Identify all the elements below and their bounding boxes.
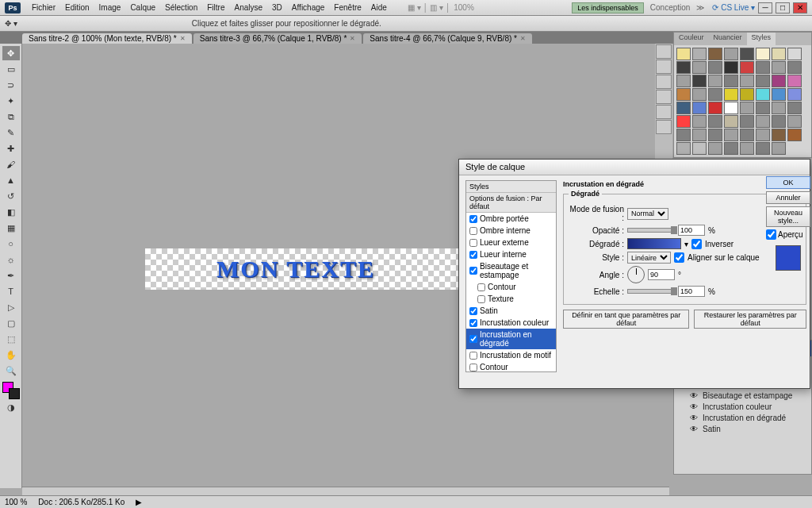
swatch[interactable]	[756, 129, 770, 141]
panel-icon[interactable]	[656, 105, 672, 119]
history-brush-tool[interactable]: ↺	[2, 189, 20, 203]
scale-input[interactable]	[678, 286, 705, 297]
style-option[interactable]: Ombre interne	[466, 225, 556, 237]
menu-filter[interactable]: Filtre	[202, 3, 229, 12]
panel-icon[interactable]	[656, 60, 672, 74]
menu-3d[interactable]: 3D	[267, 3, 287, 12]
hand-tool[interactable]: ✋	[2, 348, 20, 362]
tab-styles[interactable]: Styles	[747, 33, 776, 45]
effect-row[interactable]: 👁Incrustation en dégradé	[674, 412, 811, 423]
close-icon[interactable]: ✕	[520, 35, 526, 42]
style-option[interactable]: Lueur externe	[466, 237, 556, 248]
lasso-tool[interactable]: ⊃	[2, 78, 20, 92]
style-option[interactable]: Contour	[466, 361, 556, 372]
opacity-input[interactable]	[678, 225, 705, 236]
blur-tool[interactable]: ○	[2, 237, 20, 251]
eyedropper-tool[interactable]: ✎	[2, 125, 20, 140]
pen-tool[interactable]: ✒	[2, 268, 20, 283]
wand-tool[interactable]: ✦	[2, 94, 20, 108]
menu-help[interactable]: Aide	[366, 3, 392, 12]
document-tab-3[interactable]: Sans titre-4 @ 66,7% (Calque 9, RVB/8) *…	[363, 33, 532, 44]
swatch[interactable]	[756, 48, 770, 60]
swatch[interactable]	[676, 61, 691, 74]
swatch[interactable]	[756, 75, 770, 87]
swatch[interactable]	[676, 88, 691, 101]
swatch[interactable]	[787, 88, 802, 101]
effect-row[interactable]: 👁Incrustation couleur	[674, 401, 811, 412]
swatch[interactable]	[756, 61, 770, 74]
close-button[interactable]: ✕	[793, 2, 807, 13]
swatch[interactable]	[772, 75, 786, 87]
menu-file[interactable]: Fichier	[27, 3, 60, 12]
scale-slider[interactable]	[627, 289, 675, 294]
style-checkbox[interactable]	[469, 267, 477, 275]
style-option[interactable]: Incrustation couleur	[466, 317, 556, 329]
gradient-preview[interactable]	[627, 238, 681, 249]
status-zoom[interactable]: 100 %	[5, 498, 27, 506]
cancel-button[interactable]: Annuler	[766, 191, 810, 204]
horizontal-scrollbar[interactable]	[22, 487, 669, 495]
style-option[interactable]: Satin	[466, 305, 556, 317]
eraser-tool[interactable]: ◧	[2, 205, 20, 219]
swatch[interactable]	[708, 129, 722, 141]
swatch[interactable]	[772, 61, 786, 74]
swatch[interactable]	[692, 142, 707, 155]
swatch[interactable]	[724, 102, 738, 114]
menu-view[interactable]: Affichage	[287, 3, 330, 12]
new-style-button[interactable]: Nouveau style...	[766, 206, 810, 227]
path-tool[interactable]: ▷	[2, 300, 20, 314]
move-tool-icon[interactable]: ✥ ▾	[5, 19, 17, 28]
style-checkbox[interactable]	[477, 283, 485, 291]
swatch[interactable]	[692, 61, 707, 74]
swatch[interactable]	[740, 75, 754, 87]
quickmask-toggle[interactable]: ◑	[2, 400, 20, 414]
panel-icon[interactable]	[656, 120, 672, 134]
swatch[interactable]	[676, 115, 691, 128]
swatch[interactable]	[676, 142, 691, 155]
shape-tool[interactable]: ▢	[2, 316, 20, 330]
swatch[interactable]	[708, 75, 722, 87]
color-swatches[interactable]	[2, 382, 20, 399]
swatch[interactable]	[787, 61, 802, 74]
swatch[interactable]	[692, 102, 707, 114]
preview-checkbox[interactable]	[766, 229, 776, 240]
tab-swatches[interactable]: Nuancier	[709, 33, 747, 45]
style-option[interactable]: Contour	[466, 281, 556, 293]
ok-button[interactable]: OK	[766, 176, 810, 189]
document-tab-2[interactable]: Sans titre-3 @ 66,7% (Calque 1, RVB/8) *…	[193, 33, 362, 44]
menu-select[interactable]: Sélection	[160, 3, 202, 12]
chevron-right-icon[interactable]: ≫	[696, 3, 704, 12]
zoom-tool[interactable]: 🔍	[2, 364, 20, 378]
menu-window[interactable]: Fenêtre	[329, 3, 366, 12]
style-checkbox[interactable]	[469, 239, 477, 247]
swatch[interactable]	[692, 48, 707, 60]
swatch[interactable]	[740, 115, 754, 128]
swatch[interactable]	[787, 75, 802, 87]
swatch[interactable]	[772, 102, 786, 114]
swatch[interactable]	[740, 142, 754, 155]
style-checkbox[interactable]	[477, 295, 485, 303]
styles-header[interactable]: Styles	[466, 181, 556, 193]
brush-tool[interactable]: 🖌	[2, 157, 20, 171]
style-checkbox[interactable]	[469, 352, 477, 360]
swatch[interactable]	[772, 115, 786, 128]
document-tab-1[interactable]: Sans titre-2 @ 100% (Mon texte, RVB/8) *…	[22, 33, 192, 44]
align-checkbox[interactable]	[674, 252, 684, 263]
cslive-button[interactable]: ⟳ CS Live ▾	[712, 3, 755, 12]
swatch[interactable]	[724, 88, 738, 101]
style-option[interactable]: Biseautage et estampage	[466, 260, 556, 281]
3d-tool[interactable]: ⬚	[2, 332, 20, 346]
tab-color[interactable]: Couleur	[674, 33, 709, 45]
swatch[interactable]	[676, 48, 691, 60]
minimize-button[interactable]: ─	[758, 2, 772, 13]
close-icon[interactable]: ✕	[180, 35, 186, 42]
swatch[interactable]	[724, 48, 738, 60]
eye-icon[interactable]: 👁	[690, 414, 699, 422]
swatch[interactable]	[787, 115, 802, 128]
type-tool[interactable]: T	[2, 284, 20, 298]
swatch[interactable]	[740, 88, 754, 101]
swatch[interactable]	[724, 142, 738, 155]
style-option[interactable]: Texture	[466, 293, 556, 305]
restore-default-button[interactable]: Restaurer les paramètres par défaut	[694, 310, 806, 329]
style-select[interactable]: Linéaire	[627, 252, 671, 264]
